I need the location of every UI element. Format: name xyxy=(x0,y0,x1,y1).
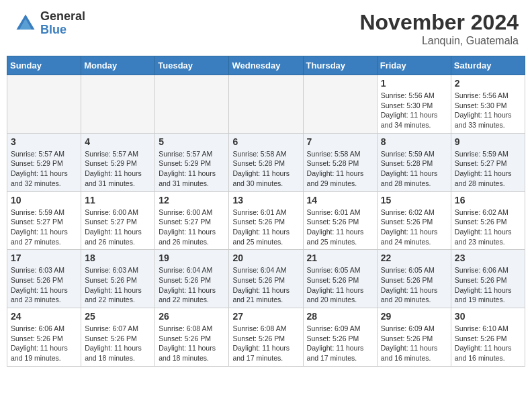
day-info: Sunrise: 5:56 AM Sunset: 5:30 PM Dayligh… xyxy=(381,91,447,130)
calendar-day: 14Sunrise: 6:01 AM Sunset: 5:26 PM Dayli… xyxy=(303,191,377,250)
calendar-day: 9Sunrise: 5:59 AM Sunset: 5:27 PM Daylig… xyxy=(451,133,525,191)
calendar-day: 10Sunrise: 5:59 AM Sunset: 5:27 PM Dayli… xyxy=(7,191,81,250)
day-info: Sunrise: 5:59 AM Sunset: 5:27 PM Dayligh… xyxy=(455,149,521,189)
day-info: Sunrise: 6:08 AM Sunset: 5:26 PM Dayligh… xyxy=(159,324,225,363)
day-number: 7 xyxy=(307,136,373,147)
calendar-day: 22Sunrise: 6:05 AM Sunset: 5:26 PM Dayli… xyxy=(377,250,451,308)
logo-icon xyxy=(13,11,38,36)
day-number: 8 xyxy=(381,136,447,147)
day-info: Sunrise: 5:57 AM Sunset: 5:29 PM Dayligh… xyxy=(159,149,225,189)
location: Lanquin, Guatemala xyxy=(359,35,519,47)
logo: General Blue xyxy=(13,10,85,37)
calendar-day xyxy=(303,75,377,134)
day-info: Sunrise: 6:05 AM Sunset: 5:26 PM Dayligh… xyxy=(381,265,447,305)
day-number: 18 xyxy=(85,253,151,263)
day-number: 19 xyxy=(159,253,225,263)
day-info: Sunrise: 6:05 AM Sunset: 5:26 PM Dayligh… xyxy=(307,265,373,305)
day-number: 1 xyxy=(381,78,447,89)
calendar-header-saturday: Saturday xyxy=(451,56,525,75)
day-info: Sunrise: 5:58 AM Sunset: 5:28 PM Dayligh… xyxy=(232,149,299,189)
day-number: 23 xyxy=(455,253,521,263)
day-info: Sunrise: 6:09 AM Sunset: 5:26 PM Dayligh… xyxy=(307,324,373,363)
calendar-day: 20Sunrise: 6:04 AM Sunset: 5:26 PM Dayli… xyxy=(229,250,303,308)
calendar-day: 1Sunrise: 5:56 AM Sunset: 5:30 PM Daylig… xyxy=(377,75,451,134)
day-info: Sunrise: 5:59 AM Sunset: 5:28 PM Dayligh… xyxy=(381,149,447,189)
calendar-day: 13Sunrise: 6:01 AM Sunset: 5:26 PM Dayli… xyxy=(229,191,303,250)
calendar-day: 15Sunrise: 6:02 AM Sunset: 5:26 PM Dayli… xyxy=(377,191,451,250)
day-number: 29 xyxy=(381,311,447,322)
day-number: 17 xyxy=(11,253,77,263)
day-info: Sunrise: 5:58 AM Sunset: 5:28 PM Dayligh… xyxy=(307,149,373,189)
calendar-day: 6Sunrise: 5:58 AM Sunset: 5:28 PM Daylig… xyxy=(229,133,303,191)
day-info: Sunrise: 6:01 AM Sunset: 5:26 PM Dayligh… xyxy=(307,208,373,247)
logo-blue: Blue xyxy=(40,24,85,37)
day-info: Sunrise: 6:09 AM Sunset: 5:26 PM Dayligh… xyxy=(381,324,447,363)
day-info: Sunrise: 5:56 AM Sunset: 5:30 PM Dayligh… xyxy=(455,91,521,130)
day-info: Sunrise: 6:10 AM Sunset: 5:26 PM Dayligh… xyxy=(455,324,521,363)
day-number: 16 xyxy=(455,195,521,205)
day-number: 4 xyxy=(85,136,151,147)
calendar-week-1: 3Sunrise: 5:57 AM Sunset: 5:29 PM Daylig… xyxy=(7,133,525,191)
day-info: Sunrise: 6:02 AM Sunset: 5:26 PM Dayligh… xyxy=(455,208,521,247)
calendar-header-monday: Monday xyxy=(81,56,155,75)
day-info: Sunrise: 6:02 AM Sunset: 5:26 PM Dayligh… xyxy=(381,208,447,247)
day-info: Sunrise: 6:06 AM Sunset: 5:26 PM Dayligh… xyxy=(455,265,521,305)
day-info: Sunrise: 6:03 AM Sunset: 5:26 PM Dayligh… xyxy=(85,265,151,305)
title-block: November 2024 Lanquin, Guatemala xyxy=(359,10,519,47)
calendar-day: 25Sunrise: 6:07 AM Sunset: 5:26 PM Dayli… xyxy=(81,308,155,367)
day-number: 21 xyxy=(307,253,373,263)
day-number: 28 xyxy=(307,311,373,322)
calendar-day xyxy=(229,75,303,134)
calendar-day: 17Sunrise: 6:03 AM Sunset: 5:26 PM Dayli… xyxy=(7,250,81,308)
calendar-day xyxy=(7,75,81,134)
day-number: 20 xyxy=(232,253,299,263)
day-number: 9 xyxy=(455,136,521,147)
calendar-day: 16Sunrise: 6:02 AM Sunset: 5:26 PM Dayli… xyxy=(451,191,525,250)
logo-text: General Blue xyxy=(40,10,85,37)
day-number: 24 xyxy=(11,311,77,322)
day-number: 12 xyxy=(159,195,225,205)
calendar-day: 27Sunrise: 6:08 AM Sunset: 5:26 PM Dayli… xyxy=(229,308,303,367)
day-info: Sunrise: 5:57 AM Sunset: 5:29 PM Dayligh… xyxy=(11,149,77,189)
calendar-week-0: 1Sunrise: 5:56 AM Sunset: 5:30 PM Daylig… xyxy=(7,75,525,134)
calendar-day xyxy=(81,75,155,134)
day-number: 22 xyxy=(381,253,447,263)
calendar-day: 11Sunrise: 6:00 AM Sunset: 5:27 PM Dayli… xyxy=(81,191,155,250)
calendar-day: 5Sunrise: 5:57 AM Sunset: 5:29 PM Daylig… xyxy=(155,133,229,191)
day-number: 6 xyxy=(232,136,299,147)
calendar-header-thursday: Thursday xyxy=(303,56,377,75)
calendar-day: 26Sunrise: 6:08 AM Sunset: 5:26 PM Dayli… xyxy=(155,308,229,367)
calendar-day: 8Sunrise: 5:59 AM Sunset: 5:28 PM Daylig… xyxy=(377,133,451,191)
day-number: 5 xyxy=(159,136,225,147)
calendar-day: 4Sunrise: 5:57 AM Sunset: 5:29 PM Daylig… xyxy=(81,133,155,191)
day-info: Sunrise: 5:59 AM Sunset: 5:27 PM Dayligh… xyxy=(11,208,77,247)
day-number: 15 xyxy=(381,195,447,205)
calendar-day: 23Sunrise: 6:06 AM Sunset: 5:26 PM Dayli… xyxy=(451,250,525,308)
day-number: 30 xyxy=(455,311,521,322)
day-number: 26 xyxy=(159,311,225,322)
calendar-day: 3Sunrise: 5:57 AM Sunset: 5:29 PM Daylig… xyxy=(7,133,81,191)
calendar-header-sunday: Sunday xyxy=(7,56,81,75)
month-year: November 2024 xyxy=(359,10,519,35)
day-number: 25 xyxy=(85,311,151,322)
calendar-day: 30Sunrise: 6:10 AM Sunset: 5:26 PM Dayli… xyxy=(451,308,525,367)
day-info: Sunrise: 6:04 AM Sunset: 5:26 PM Dayligh… xyxy=(159,265,225,305)
calendar-header-wednesday: Wednesday xyxy=(229,56,303,75)
day-info: Sunrise: 6:00 AM Sunset: 5:27 PM Dayligh… xyxy=(85,208,151,247)
day-number: 11 xyxy=(85,195,151,205)
calendar-day: 24Sunrise: 6:06 AM Sunset: 5:26 PM Dayli… xyxy=(7,308,81,367)
day-info: Sunrise: 6:08 AM Sunset: 5:26 PM Dayligh… xyxy=(232,324,299,363)
day-info: Sunrise: 5:57 AM Sunset: 5:29 PM Dayligh… xyxy=(85,149,151,189)
day-info: Sunrise: 6:06 AM Sunset: 5:26 PM Dayligh… xyxy=(11,324,77,363)
calendar-day xyxy=(155,75,229,134)
calendar-day: 21Sunrise: 6:05 AM Sunset: 5:26 PM Dayli… xyxy=(303,250,377,308)
calendar-table: SundayMondayTuesdayWednesdayThursdayFrid… xyxy=(7,56,525,367)
calendar-day: 18Sunrise: 6:03 AM Sunset: 5:26 PM Dayli… xyxy=(81,250,155,308)
day-number: 27 xyxy=(232,311,299,322)
day-info: Sunrise: 6:03 AM Sunset: 5:26 PM Dayligh… xyxy=(11,265,77,305)
calendar-day: 28Sunrise: 6:09 AM Sunset: 5:26 PM Dayli… xyxy=(303,308,377,367)
calendar-week-3: 17Sunrise: 6:03 AM Sunset: 5:26 PM Dayli… xyxy=(7,250,525,308)
day-info: Sunrise: 6:01 AM Sunset: 5:26 PM Dayligh… xyxy=(232,208,299,247)
calendar-day: 29Sunrise: 6:09 AM Sunset: 5:26 PM Dayli… xyxy=(377,308,451,367)
day-number: 14 xyxy=(307,195,373,205)
